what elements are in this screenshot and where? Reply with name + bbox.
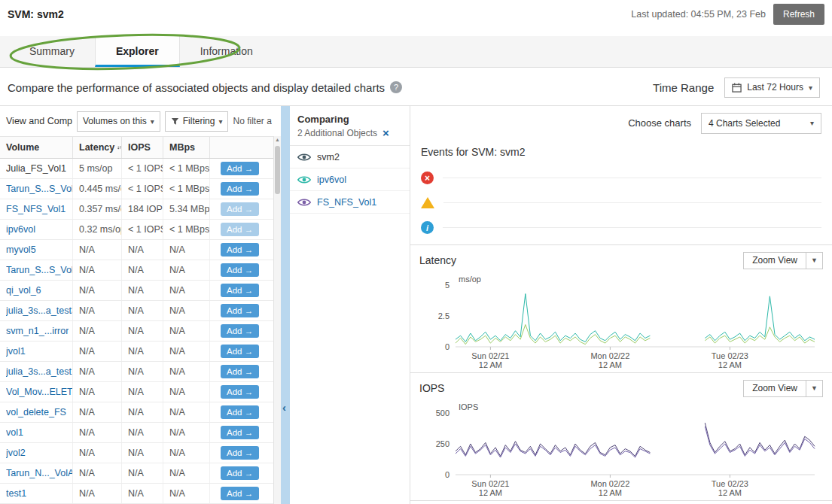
chevron-left-icon[interactable]: ‹ bbox=[282, 401, 286, 414]
critical-event-icon[interactable]: × bbox=[421, 172, 434, 184]
volume-link[interactable]: FS_NFS_Vol1 bbox=[6, 204, 66, 214]
table-row: Tarun_S...S_Vol2 N/A N/A N/A Add → bbox=[0, 260, 273, 281]
help-icon[interactable]: ? bbox=[390, 81, 402, 93]
event-timeline bbox=[443, 227, 821, 228]
column-header-iops[interactable]: IOPS bbox=[122, 137, 163, 158]
cell-mbps: N/A bbox=[163, 260, 210, 280]
cell-mbps: N/A bbox=[163, 382, 210, 402]
table-row: julia_3s...a_test1 N/A N/A N/A Add → bbox=[0, 362, 273, 382]
add-button[interactable]: Add → bbox=[221, 466, 259, 480]
calendar-icon bbox=[732, 83, 742, 93]
eye-icon[interactable] bbox=[297, 198, 311, 207]
volume-link[interactable]: jvol2 bbox=[6, 448, 26, 458]
clear-comparing-icon[interactable]: × bbox=[382, 129, 389, 138]
iops-chart-card: IOPS Zoom View ▼ IOPS0250500Sun 02/2112 … bbox=[410, 372, 832, 500]
volume-link[interactable]: Julia_FS_Vol1 bbox=[6, 163, 66, 174]
svg-text:5: 5 bbox=[445, 281, 450, 290]
eye-icon[interactable] bbox=[297, 153, 311, 162]
volume-link[interactable]: julia_3s...a_test1 bbox=[6, 366, 72, 377]
tab-explorer[interactable]: Explorer bbox=[95, 36, 180, 67]
volume-link[interactable]: qi_vol_6 bbox=[6, 285, 41, 296]
volume-link[interactable]: ipv6vol bbox=[6, 224, 35, 235]
svg-text:Tue 02/23: Tue 02/23 bbox=[712, 351, 748, 360]
page-subtitle: Compare the performance of associated ob… bbox=[8, 81, 385, 94]
volume-link[interactable]: Tarun_S...S_Vol2 bbox=[6, 265, 72, 275]
time-range-select[interactable]: Last 72 Hours ▾ bbox=[724, 77, 820, 98]
info-event-icon[interactable]: i bbox=[421, 221, 434, 234]
add-button[interactable]: Add → bbox=[221, 263, 259, 277]
volume-link[interactable]: Tarun_N..._VolA bbox=[6, 468, 72, 478]
volume-link[interactable]: jvol1 bbox=[6, 346, 26, 357]
add-button[interactable]: Add → bbox=[221, 487, 259, 500]
tab-information[interactable]: Information bbox=[180, 36, 273, 67]
add-button[interactable]: Add → bbox=[221, 405, 259, 419]
zoom-view-button[interactable]: Zoom View bbox=[743, 380, 806, 397]
add-button[interactable]: Add → bbox=[221, 284, 259, 297]
column-header-volume[interactable]: Volume bbox=[0, 137, 73, 158]
choose-charts-label: Choose charts bbox=[628, 117, 691, 129]
scroll-up-icon[interactable]: ▲ bbox=[275, 137, 280, 142]
add-button[interactable]: Add → bbox=[221, 426, 259, 439]
volume-link[interactable]: Tarun_S...S_Vol1 bbox=[6, 184, 72, 194]
cell-latency: N/A bbox=[73, 423, 122, 442]
add-button[interactable]: Add → bbox=[221, 365, 259, 378]
add-button[interactable]: Add → bbox=[221, 385, 259, 399]
eye-icon[interactable] bbox=[297, 175, 311, 184]
zoom-view-dropdown[interactable]: ▼ bbox=[806, 380, 823, 397]
add-button[interactable]: Add → bbox=[221, 162, 259, 175]
warning-event-icon[interactable] bbox=[421, 197, 434, 208]
add-button[interactable]: Add → bbox=[221, 345, 259, 358]
zoom-view-dropdown[interactable]: ▼ bbox=[806, 252, 823, 269]
add-button[interactable]: Add → bbox=[221, 446, 259, 460]
cell-latency: 0.445 ms/o bbox=[73, 179, 122, 199]
main-content: View and Comp Volumes on this ▾ Filterin… bbox=[0, 105, 832, 504]
cell-latency: 0.357 ms/o bbox=[73, 199, 122, 219]
comparing-header: Comparing 2 Additional Objects × bbox=[290, 106, 410, 146]
zoom-view-button[interactable]: Zoom View bbox=[743, 252, 806, 269]
add-button[interactable]: Add → bbox=[221, 182, 259, 196]
tab-summary[interactable]: Summary bbox=[9, 36, 95, 67]
event-timeline bbox=[443, 178, 821, 178]
cell-latency: N/A bbox=[73, 402, 122, 422]
table-scrollbar[interactable]: ▲ bbox=[273, 136, 281, 504]
charts-select[interactable]: 4 Charts Selected ▾ bbox=[701, 113, 821, 134]
svg-text:ms/op: ms/op bbox=[459, 275, 481, 284]
scrollbar-thumb[interactable] bbox=[275, 146, 280, 194]
cell-latency: N/A bbox=[73, 382, 122, 402]
svg-text:Sun 02/21: Sun 02/21 bbox=[471, 351, 509, 360]
table-row: vol_delete_FS N/A N/A N/A Add → bbox=[0, 402, 273, 423]
comparing-item-label: ipv6vol bbox=[317, 175, 346, 185]
last-updated-text: Last updated: 04:55 PM, 23 Feb bbox=[631, 9, 766, 20]
column-header-latency[interactable]: Latency bbox=[73, 137, 122, 158]
add-button[interactable]: Add → bbox=[221, 202, 259, 216]
volume-link[interactable]: svm_n1_...irror bbox=[6, 326, 69, 336]
volume-link[interactable]: myvol5 bbox=[6, 244, 36, 255]
time-range-value: Last 72 Hours bbox=[747, 82, 803, 93]
charts-selected-value: 4 Charts Selected bbox=[709, 118, 780, 129]
cell-mbps: N/A bbox=[163, 240, 210, 260]
comparing-item-label: svm2 bbox=[317, 152, 340, 162]
comparing-panel: Comparing 2 Additional Objects × svm2 ip… bbox=[290, 106, 410, 504]
table-body: Julia_FS_Vol1 5 ms/op < 1 IOPS < 1 MBps … bbox=[0, 159, 273, 504]
table-row: jvol2 N/A N/A N/A Add → bbox=[0, 443, 273, 463]
svg-text:500: 500 bbox=[436, 408, 450, 417]
volume-link[interactable]: julia_3s...a_test3 bbox=[6, 305, 72, 316]
cell-mbps: N/A bbox=[163, 402, 210, 422]
filtering-button[interactable]: Filtering ▾ bbox=[165, 111, 229, 132]
volume-link[interactable]: vol1 bbox=[6, 427, 23, 438]
refresh-button[interactable]: Refresh bbox=[773, 4, 824, 25]
column-header-mbps[interactable]: MBps bbox=[163, 137, 210, 158]
view-object-select[interactable]: Volumes on this ▾ bbox=[77, 111, 160, 132]
filtering-label: Filtering bbox=[183, 116, 215, 126]
add-button[interactable]: Add → bbox=[221, 223, 259, 236]
volume-link[interactable]: Vol_Mov...ELETE bbox=[6, 387, 72, 397]
add-button[interactable]: Add → bbox=[221, 243, 259, 257]
add-button[interactable]: Add → bbox=[221, 304, 259, 317]
volume-link[interactable]: test1 bbox=[6, 488, 26, 499]
add-button[interactable]: Add → bbox=[221, 324, 259, 338]
volumes-panel: View and Comp Volumes on this ▾ Filterin… bbox=[0, 106, 281, 504]
cell-mbps: 5.34 MBps bbox=[163, 199, 210, 219]
volume-link[interactable]: vol_delete_FS bbox=[6, 407, 66, 417]
collapse-comparing-strip[interactable]: ‹ bbox=[281, 106, 290, 504]
svg-text:Mon 02/22: Mon 02/22 bbox=[590, 479, 629, 488]
